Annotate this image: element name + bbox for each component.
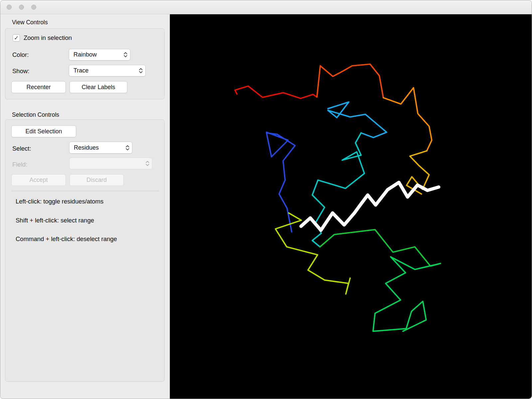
molecule-segment-orange-red[interactable]: [317, 64, 383, 98]
select-label: Select:: [12, 145, 31, 152]
molecule-segment-selection-white[interactable]: [301, 183, 439, 230]
select-dropdown-value: Residues: [74, 144, 99, 151]
zoom-in-selection-row[interactable]: ✓ Zoom in selection: [13, 34, 72, 42]
window-controls: [7, 5, 36, 10]
field-label: Field:: [12, 161, 27, 168]
clear-labels-button[interactable]: Clear Labels: [69, 81, 127, 93]
accept-button: Accept: [11, 174, 66, 186]
show-dropdown[interactable]: Trace: [69, 65, 146, 76]
zoom-button[interactable]: [31, 5, 36, 10]
molecule-segment-orange[interactable]: [383, 88, 432, 151]
view-controls-title: View Controls: [12, 19, 48, 26]
selection-controls-group: Edit Selection Select: Residues Field:: [5, 119, 165, 382]
discard-button: Discard: [69, 174, 124, 186]
molecule-segment-gold[interactable]: [407, 151, 429, 194]
view-controls-group: ✓ Zoom in selection Color: Rainbow Show:…: [5, 28, 165, 99]
molecule-segment-green[interactable]: [320, 229, 440, 266]
zoom-in-selection-checkbox[interactable]: ✓: [13, 34, 20, 42]
molecule-segment-yellow-green[interactable]: [275, 213, 350, 294]
color-dropdown[interactable]: Rainbow: [69, 49, 130, 61]
molecule-canvas[interactable]: [170, 14, 532, 399]
select-dropdown[interactable]: Residues: [69, 142, 132, 154]
color-dropdown-value: Rainbow: [73, 51, 97, 58]
help-command-left-click: Command + left-click: deselect range: [16, 235, 117, 243]
titlebar: [0, 0, 532, 14]
field-dropdown: [69, 158, 152, 169]
molecule-segment-blue[interactable]: [266, 132, 295, 232]
chevron-up-down-icon: [121, 51, 130, 58]
help-left-click: Left-click: toggle residues/atoms: [16, 198, 103, 205]
molecule-segment-n-terminus-red[interactable]: [235, 86, 317, 98]
recenter-button[interactable]: Recenter: [11, 81, 66, 93]
minimize-button[interactable]: [19, 5, 24, 10]
molecule-viewport[interactable]: [170, 14, 532, 399]
app-window: View Controls ✓ Zoom in selection Color:…: [0, 0, 532, 399]
chevron-up-down-icon: [143, 160, 152, 167]
chevron-up-down-icon: [123, 144, 132, 151]
molecule-segment-sky-blue[interactable]: [328, 102, 387, 138]
sidebar: View Controls ✓ Zoom in selection Color:…: [0, 14, 170, 399]
edit-selection-button[interactable]: Edit Selection: [11, 125, 76, 137]
show-dropdown-value: Trace: [73, 67, 88, 74]
molecule-segment-spring-green[interactable]: [373, 257, 441, 331]
help-shift-left-click: Shift + left-click: select range: [16, 217, 94, 224]
color-label: Color:: [12, 51, 29, 59]
show-label: Show:: [12, 67, 29, 75]
divider: [11, 191, 159, 191]
close-button[interactable]: [7, 5, 12, 10]
zoom-in-selection-label: Zoom in selection: [24, 34, 72, 42]
chevron-up-down-icon: [136, 67, 145, 74]
checkmark-icon: ✓: [14, 35, 19, 41]
selection-controls-title: Selection Controls: [12, 111, 59, 118]
